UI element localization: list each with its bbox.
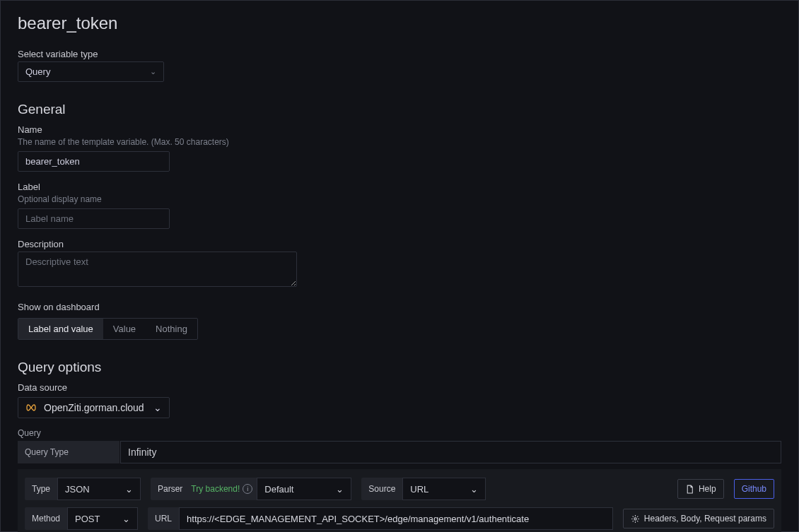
source-label: Source xyxy=(361,484,402,494)
headers-label: Headers, Body, Request params xyxy=(644,514,766,524)
parser-hint: Try backend! xyxy=(191,484,240,494)
name-help: The name of the template variable. (Max.… xyxy=(18,137,781,147)
parser-group: Parser Try backend! i Default ⌄ xyxy=(151,478,351,500)
query-label: Query xyxy=(18,428,781,438)
method-select[interactable]: POST ⌄ xyxy=(67,507,138,530)
general-heading: General xyxy=(18,102,781,117)
query-type-text: Infinity xyxy=(128,447,156,458)
gear-icon xyxy=(631,514,640,524)
parser-select[interactable]: Default ⌄ xyxy=(257,478,351,500)
url-label: URL xyxy=(148,514,179,524)
label-input[interactable] xyxy=(18,208,170,229)
show-option-label-and-value[interactable]: Label and value xyxy=(18,319,103,339)
headers-button[interactable]: Headers, Body, Request params xyxy=(623,509,774,528)
help-label: Help xyxy=(699,484,716,494)
description-textarea[interactable] xyxy=(18,252,297,287)
name-label: Name xyxy=(18,124,781,135)
chevron-down-icon: ⌄ xyxy=(336,484,344,495)
help-button[interactable]: Help xyxy=(677,479,724,499)
type-value: JSON xyxy=(65,484,90,495)
query-options-heading: Query options xyxy=(18,360,781,375)
label-field-help: Optional display name xyxy=(18,194,781,204)
chevron-down-icon: ⌄ xyxy=(125,484,133,495)
chevron-down-icon: ⌄ xyxy=(153,402,162,413)
github-label: Github xyxy=(742,484,766,494)
url-group: URL xyxy=(148,507,613,530)
page-title: bearer_token xyxy=(18,13,781,33)
svg-point-0 xyxy=(634,517,636,519)
chevron-down-icon: ⌄ xyxy=(122,514,130,524)
method-label: Method xyxy=(25,514,67,524)
type-label: Type xyxy=(25,484,57,494)
show-on-dashboard-group: Label and value Value Nothing xyxy=(18,318,198,340)
parser-label: Parser xyxy=(151,484,189,494)
show-option-nothing[interactable]: Nothing xyxy=(146,319,197,339)
chevron-down-icon: ⌄ xyxy=(470,484,478,495)
show-option-value[interactable]: Value xyxy=(103,319,146,339)
description-label: Description xyxy=(18,239,781,249)
data-source-select[interactable]: OpenZiti.gorman.cloud ⌄ xyxy=(18,397,170,418)
infinity-datasource-icon xyxy=(25,402,37,413)
variable-type-select[interactable]: Query ⌄ xyxy=(18,61,164,82)
info-icon[interactable]: i xyxy=(243,484,252,494)
query-type-value[interactable]: Infinity xyxy=(120,441,781,463)
method-group: Method POST ⌄ xyxy=(25,507,138,530)
variable-type-value: Query xyxy=(25,66,50,77)
name-input[interactable] xyxy=(18,151,170,172)
method-value: POST xyxy=(75,514,100,524)
label-field-label: Label xyxy=(18,182,781,192)
source-group: Source URL ⌄ xyxy=(361,478,486,500)
parser-value: Default xyxy=(264,484,293,495)
source-value: URL xyxy=(410,484,428,495)
query-type-label: Query Type xyxy=(18,441,120,463)
source-select[interactable]: URL ⌄ xyxy=(402,478,486,500)
document-icon xyxy=(685,485,694,494)
url-input[interactable] xyxy=(179,507,613,530)
variable-type-label: Select variable type xyxy=(18,49,781,59)
data-source-value: OpenZiti.gorman.cloud xyxy=(44,402,146,413)
chevron-down-icon: ⌄ xyxy=(150,67,156,76)
type-group: Type JSON ⌄ xyxy=(25,478,141,500)
type-select[interactable]: JSON ⌄ xyxy=(57,478,141,500)
data-source-label: Data source xyxy=(18,382,781,393)
show-on-dashboard-label: Show on dashboard xyxy=(18,302,781,312)
github-button[interactable]: Github xyxy=(734,479,774,499)
